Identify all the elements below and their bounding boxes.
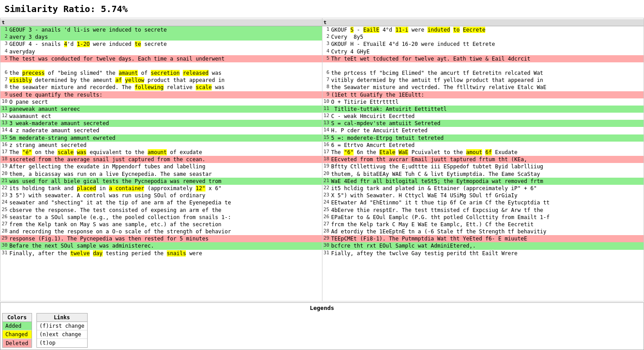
- line-content: GEOUF 4 - snails 4'd 1-2O were induced t…: [9, 41, 322, 48]
- table-row: 7visibly determined by the ameunt af yel…: [0, 77, 322, 84]
- left-panel[interactable]: t 1GEOUF 3 - anails 'd li-is were induce…: [0, 18, 322, 301]
- line-number: 6: [322, 69, 331, 75]
- line-number: 6: [0, 69, 9, 75]
- table-row: 3GKOUF H - EYuailE 4°d 16-20 were induce…: [322, 41, 644, 48]
- table-row: 8the seawater mixture and recorded. The …: [0, 84, 322, 91]
- table-row: 21WaE 4Eed ftr all bitlogital teSt5; the…: [322, 178, 644, 185]
- table-row: 30Befare the next SOul sample was admini…: [0, 242, 322, 249]
- table-row: 27frem the Kelp tank on May S was ane sa…: [0, 221, 322, 228]
- line-number: 13: [0, 120, 9, 126]
- line-content: The "6" 6n the Etale WaE Pcuivalet to th…: [331, 149, 644, 156]
- line-content: 4 z naderate amaunt secreted: [9, 127, 322, 134]
- links-header: Links: [37, 313, 87, 322]
- table-row: 14H. P cder te Amcuirit Eetreted: [322, 127, 644, 134]
- table-row: 27frcm the Kelp tark C May E WaE te Eamp…: [322, 221, 644, 228]
- line-content: Ad etordiy the 1EeEptnE tn a (-6 Stale t…: [331, 228, 644, 235]
- line-content: the Seawater misture and vectrded. The f…: [331, 84, 644, 91]
- line-number: 23: [322, 192, 331, 198]
- link-top[interactable]: (t)op: [37, 339, 87, 347]
- legend-deleted: Deleted: [3, 339, 32, 347]
- line-number: 23: [0, 192, 9, 198]
- table-row: 22its holding tank and placed in a conta…: [0, 185, 322, 192]
- line-number: 17: [0, 149, 9, 155]
- table-row: 31Finally, after the twelve day testing …: [0, 250, 322, 257]
- line-content: z strang ameunt secreted: [9, 142, 322, 149]
- link-first[interactable]: (f)irst change: [37, 322, 87, 330]
- table-row: 17The "6" 6n the Etale WaE Pcuivalet to …: [322, 149, 644, 156]
- line-content: 3 5") with seawater. A control was run u…: [9, 192, 322, 199]
- table-row: 31Fially, aftey the twclve Gay testig pe…: [322, 250, 644, 257]
- line-content: 3 weak-maderate amaunt secreted: [9, 120, 322, 127]
- line-content: O pane secrt: [9, 98, 322, 106]
- line-number: 10: [322, 98, 331, 104]
- table-row: 3GEOUF 4 - snails 4'd 1-2O were induced …: [0, 41, 322, 48]
- line-content: GEOUF 3 - anails 'd li-is were induced t…: [9, 26, 322, 33]
- line-content: cbserve the response. The test consisted…: [9, 207, 322, 214]
- line-number: 10: [0, 98, 9, 104]
- line-number: 25: [0, 207, 9, 212]
- line-number: 8: [0, 84, 9, 90]
- table-row: 29TEEpCMEt (Fi8-1). The Putmmptdia Wat t…: [322, 235, 644, 242]
- line-content: C - weak Hmcuirit Eecrtted: [331, 113, 644, 120]
- table-row: 28and recording the response on a O-o sc…: [0, 228, 322, 235]
- line-number: 22: [0, 185, 9, 191]
- line-content: Bftty Ctllettivug the E;udttte iii ESppe…: [331, 163, 644, 170]
- line-content: the precess of "being slimed" the amaunt…: [9, 69, 322, 77]
- line-content: used te quantify the results:: [9, 91, 322, 98]
- line-content: it5 hcldig tark and plated in & Ettainer…: [331, 185, 644, 192]
- right-panel[interactable]: t 1GKOUF S - EailE 4°d 11-i were induted…: [322, 18, 644, 301]
- line-number: 26: [0, 214, 9, 220]
- line-number: 8: [322, 84, 331, 90]
- left-panel-header: t: [0, 19, 322, 26]
- table-row: 5Thr teEt wet tcducted for twelve ayt. E…: [322, 55, 644, 62]
- line-number: 15: [0, 134, 9, 140]
- table-row: 9(1Eet tt Guatify the 1EEultt:: [322, 91, 644, 98]
- line-number: 20: [0, 171, 9, 176]
- line-number: 22: [322, 185, 331, 191]
- table-row: 4averyday: [0, 48, 322, 55]
- table-row: 20thutem, & bitaEEAy WAE Tuh C & livt Ey…: [322, 171, 644, 178]
- legend-changed: Changed: [3, 330, 32, 339]
- table-row: 18sscreted from the average snail just c…: [0, 156, 322, 163]
- line-content: 4bEerve thie resptEr. The test ttmsisted…: [331, 207, 644, 214]
- line-number: 31: [322, 250, 331, 256]
- line-number: 9: [0, 91, 9, 97]
- line-content: EPaEtar to & EOul Eamplc (P.G. tht potle…: [331, 214, 644, 221]
- line-content: S = cal-mpdev'ste amtuiit Setreted: [331, 120, 644, 127]
- line-number: 26: [322, 214, 331, 220]
- line-content: WaE 4Eed ftr all bitlogital teSt5; the E…: [331, 178, 644, 185]
- line-number: 11: [322, 106, 331, 111]
- table-row: 22it5 hcldig tark and plated in & Ettain…: [322, 185, 644, 192]
- line-content: averyday: [9, 48, 322, 55]
- table-row: 25cbserve the response. The test consist…: [0, 207, 322, 214]
- table-row: 233 5") with seawater. A control was run…: [0, 192, 322, 199]
- line-number: 21: [322, 178, 331, 183]
- link-next[interactable]: (n)ext change: [37, 330, 87, 339]
- line-content: (1Eet tt Guatify the 1EEultt:: [331, 91, 644, 98]
- line-number: 14: [0, 127, 9, 133]
- table-row: 29response (Fig.1). The Pycnepedia was t…: [0, 235, 322, 242]
- line-content: X 5") with Seawater. H Cttycl WaE T4 USi…: [331, 192, 644, 199]
- line-content: sscreted from the average snail just cap…: [9, 156, 322, 163]
- line-number: 5: [0, 55, 9, 61]
- line-content: response (Fig.1). The Pycnepedia was the…: [9, 235, 322, 242]
- line-number: 3: [322, 41, 331, 46]
- table-row: 7vitibly determied by the amtuit tf yell…: [322, 77, 644, 84]
- line-content: After gellecting the exudate in Mppendor…: [9, 163, 322, 170]
- line-content: Finally, after the twelve day testing pe…: [9, 250, 322, 257]
- table-row: 144 z naderate amaunt secreted: [0, 127, 322, 134]
- line-number: 20: [322, 171, 331, 176]
- line-content: EEtwater Ad "EhEtinmo" it t thue tip 6f …: [331, 199, 644, 206]
- table-row: 155 =: moderete-Etrpg tmtuit tetreted: [322, 134, 644, 142]
- line-number: 1: [322, 26, 331, 32]
- line-content: TEEpCMEt (Fi8-1). The Putmmptdia Wat tht…: [331, 235, 644, 242]
- table-row: 10O + Titirie Ettrttttl: [322, 98, 644, 106]
- line-content: Fially, aftey the twclve Gay testig peri…: [331, 250, 644, 257]
- table-row: 6the precess of "being slimed" the amaun…: [0, 69, 322, 77]
- line-number: 4: [0, 48, 9, 54]
- legends-table: Colors Added Changed Deleted Links (f)ir…: [2, 313, 642, 348]
- table-row: 166 = Etrtvo Amcurt Eetreted: [322, 142, 644, 149]
- line-content: the seawater mixture and recorded. The f…: [9, 84, 322, 91]
- table-row: 2Cvery 8y5: [322, 33, 644, 41]
- line-number: 24: [322, 199, 331, 205]
